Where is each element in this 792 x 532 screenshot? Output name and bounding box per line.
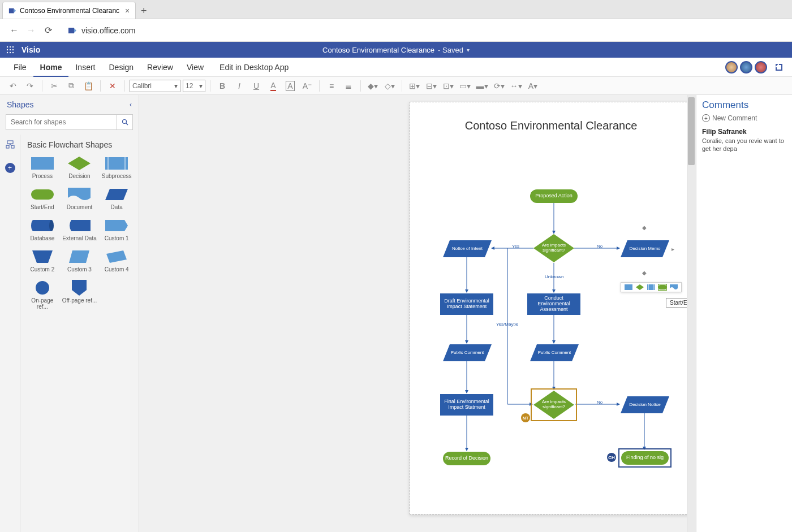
- node-notice-of-intent[interactable]: Notice of Intent: [443, 240, 492, 257]
- new-comment-button[interactable]: + New Comment: [702, 114, 786, 122]
- undo-button[interactable]: ↶: [6, 79, 20, 93]
- vertical-scrollbar[interactable]: [687, 95, 696, 532]
- fill-color-button[interactable]: ◆▾: [365, 79, 380, 93]
- shape-data[interactable]: Data: [99, 187, 134, 210]
- document-title[interactable]: Contoso Environmental Clearance - Saved …: [322, 46, 470, 54]
- shape-on-page-ref[interactable]: On-page ref...: [25, 280, 60, 310]
- arrange-button[interactable]: ⊞▾: [407, 79, 421, 93]
- shape-subprocess[interactable]: Subprocess: [99, 156, 134, 179]
- autoconnect-up-icon[interactable]: ◆: [642, 224, 647, 231]
- page[interactable]: Contoso Environmental Clearance: [410, 102, 692, 514]
- copy-button[interactable]: ⧉: [64, 79, 79, 93]
- comment-author: Filip Safranek: [702, 128, 786, 136]
- tab-design[interactable]: Design: [102, 58, 140, 77]
- node-draft-statement[interactable]: Draft Environmental Impact Statement: [440, 293, 493, 315]
- node-decision-notice[interactable]: Decision Notice: [621, 396, 669, 413]
- share-button[interactable]: [773, 61, 785, 73]
- font-name-select[interactable]: Calibri▾: [130, 80, 180, 92]
- tab-review[interactable]: Review: [140, 58, 180, 77]
- address-bar[interactable]: visio.office.com: [68, 26, 786, 35]
- node-conduct-assessment[interactable]: Conduct Environmental Assessment: [527, 293, 580, 315]
- send-back-button[interactable]: ▬▾: [475, 79, 489, 93]
- back-button[interactable]: ←: [6, 22, 23, 39]
- canvas[interactable]: Contoso Environmental Clearance: [139, 95, 696, 532]
- tab-file[interactable]: File: [7, 58, 33, 77]
- svg-point-6: [12, 46, 14, 47]
- shapes-search-input[interactable]: [6, 114, 117, 130]
- stencil-icon[interactable]: [6, 140, 15, 149]
- autoconnect-down-icon[interactable]: ◆: [642, 270, 647, 276]
- presence-indicator-ch[interactable]: CH: [607, 453, 616, 462]
- highlight-button[interactable]: A: [283, 79, 298, 93]
- mini-process-icon[interactable]: [625, 284, 632, 290]
- text-block-button[interactable]: A▾: [526, 79, 540, 93]
- edit-in-desktop-button[interactable]: Edit in Desktop App: [219, 63, 289, 72]
- autoconnect-right-icon[interactable]: ▸: [672, 246, 674, 252]
- node-finding-no-sig[interactable]: Finding of no sig: [621, 451, 669, 465]
- align-shapes-button[interactable]: ⊟▾: [424, 79, 438, 93]
- node-impacts-significant-2[interactable]: Are impacts significant?: [533, 391, 574, 419]
- shape-off-page-ref[interactable]: Off-page ref...: [62, 280, 97, 310]
- comment-item[interactable]: Filip Safranek Coralie, can you revie wa…: [702, 128, 786, 153]
- refresh-button[interactable]: ⟳: [40, 22, 57, 39]
- delete-button[interactable]: ✕: [105, 79, 120, 93]
- shapes-search-button[interactable]: [117, 114, 133, 130]
- shape-custom-4[interactable]: Custom 4: [99, 249, 134, 273]
- shape-custom-3[interactable]: Custom 3: [62, 249, 97, 273]
- tab-home[interactable]: Home: [33, 58, 69, 77]
- node-record-of-decision[interactable]: Record of Decision: [443, 452, 490, 465]
- underline-button[interactable]: U: [249, 79, 264, 93]
- mini-decision-icon[interactable]: [636, 284, 644, 290]
- shape-database[interactable]: Database: [25, 218, 60, 241]
- node-proposed-action[interactable]: Proposed Action: [530, 189, 578, 203]
- shape-document[interactable]: Document: [62, 187, 97, 210]
- forward-button[interactable]: →: [23, 22, 40, 39]
- avatar[interactable]: [725, 61, 738, 73]
- connector-button[interactable]: ↔▾: [509, 79, 523, 93]
- new-tab-button[interactable]: +: [136, 3, 152, 19]
- add-stencil-button[interactable]: +: [5, 163, 15, 173]
- shape-decision[interactable]: Decision: [62, 156, 97, 179]
- avatar[interactable]: [755, 61, 767, 73]
- quick-shapes-toolbar[interactable]: [621, 282, 682, 292]
- avatar[interactable]: [740, 61, 752, 73]
- italic-button[interactable]: I: [232, 79, 247, 93]
- close-tab-icon[interactable]: ×: [125, 6, 130, 15]
- rotate-button[interactable]: ⟳▾: [492, 79, 506, 93]
- node-decision-memo[interactable]: Decision Memo: [621, 240, 669, 257]
- app-launcher-button[interactable]: [0, 46, 20, 54]
- shape-custom-1[interactable]: Custom 1: [99, 218, 134, 241]
- shape-custom-2[interactable]: Custom 2: [25, 249, 60, 273]
- clear-format-button[interactable]: A⁻: [300, 79, 315, 93]
- doc-name: Contoso Environmental Clearance: [322, 46, 434, 54]
- mini-document-icon[interactable]: [670, 284, 678, 290]
- scrollbar-thumb[interactable]: [688, 97, 695, 165]
- bring-front-button[interactable]: ▭▾: [458, 79, 472, 93]
- shape-process[interactable]: Process: [25, 156, 60, 179]
- node-public-comment-right[interactable]: Public Comment: [530, 344, 579, 361]
- svg-line-14: [126, 123, 128, 125]
- node-public-comment-left[interactable]: Public Comment: [443, 344, 492, 361]
- collapse-panel-button[interactable]: ‹: [130, 101, 132, 109]
- line-color-button[interactable]: ◇▾: [382, 79, 397, 93]
- paste-button[interactable]: 📋: [81, 79, 96, 93]
- tab-insert[interactable]: Insert: [68, 58, 102, 77]
- font-size-select[interactable]: 12▾: [183, 80, 205, 92]
- mini-subprocess-icon[interactable]: [647, 284, 655, 290]
- shape-start-end[interactable]: Start/End: [25, 187, 60, 210]
- node-impacts-significant[interactable]: Are impacts significant?: [533, 234, 574, 262]
- font-color-button[interactable]: A: [266, 79, 281, 93]
- node-final-statement[interactable]: Final Environmental Impact Statment: [440, 394, 493, 416]
- align-button[interactable]: ≡: [324, 79, 339, 93]
- cut-button[interactable]: ✂: [47, 79, 62, 93]
- browser-tab[interactable]: Contoso Environmental Clearanc ×: [2, 2, 136, 19]
- presence-indicator-nt[interactable]: NT: [521, 413, 530, 422]
- app-name[interactable]: Visio: [21, 45, 40, 54]
- redo-button[interactable]: ↷: [23, 79, 37, 93]
- group-button[interactable]: ⊡▾: [441, 79, 455, 93]
- bold-button[interactable]: B: [215, 79, 230, 93]
- tab-view[interactable]: View: [180, 58, 210, 77]
- mini-start-end-icon[interactable]: [658, 284, 666, 290]
- align-more-button[interactable]: ≣: [341, 79, 356, 93]
- shape-external-data[interactable]: External Data: [62, 218, 97, 241]
